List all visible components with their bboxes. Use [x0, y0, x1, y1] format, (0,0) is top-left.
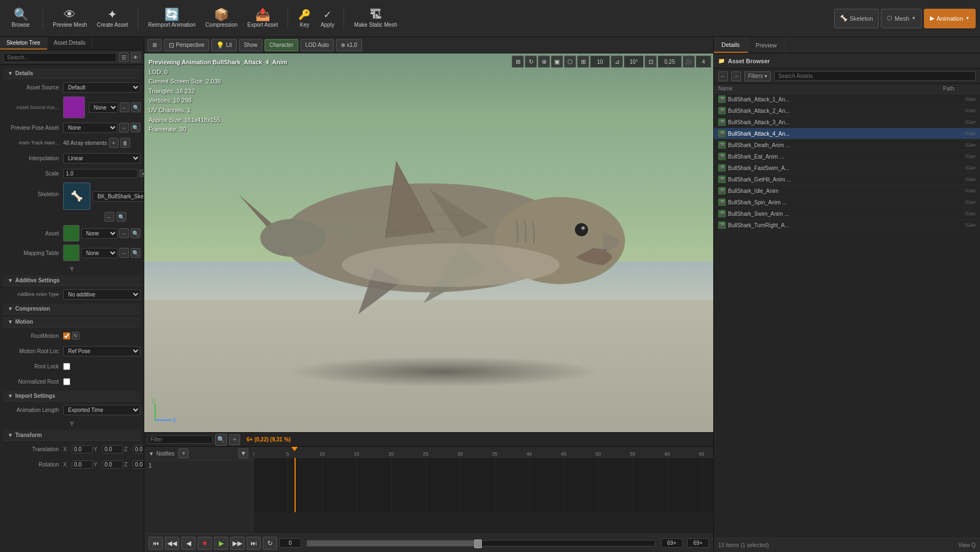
reimport-animation-button[interactable]: 🔄 Reimport Animation: [144, 3, 200, 34]
tx-input[interactable]: [72, 445, 93, 453]
asset-list-item-11[interactable]: 🎬BullShark_TurnRight_A.../Gan: [714, 220, 980, 231]
motion-root-loc-select[interactable]: Ref Pose: [63, 346, 140, 356]
asset-list-item-1[interactable]: 🎬BullShark_Attack_2_An.../Gan: [714, 105, 980, 117]
apply-button[interactable]: ✓ Apply: [316, 3, 338, 34]
record-btn[interactable]: ⏺: [198, 537, 212, 550]
asset-list-item-0[interactable]: 🎬BullShark_Attack_1_An.../Gan: [714, 94, 980, 105]
notifies-add-btn[interactable]: +: [179, 448, 188, 458]
go-end-btn[interactable]: ⏭: [247, 537, 261, 550]
transform-section-header[interactable]: ▼ Transform: [3, 430, 140, 441]
character-btn[interactable]: Character: [265, 39, 298, 51]
asset-browser-back-btn[interactable]: ←: [718, 71, 728, 81]
asset-list-item-6[interactable]: 🎬BullShark_FastSwim_A.../Gan: [714, 162, 980, 174]
angle-snap-input[interactable]: [624, 56, 644, 68]
vp-camera-speed-btn[interactable]: 🎥: [683, 56, 695, 68]
filters-btn[interactable]: Filters ▾: [744, 71, 771, 81]
go-start-btn[interactable]: ⏮: [149, 537, 163, 550]
scale-btn[interactable]: ⊕ x1,0: [336, 39, 362, 51]
perspective-btn[interactable]: ⊡ Perspective: [164, 39, 209, 51]
import-settings-header[interactable]: ▼ Import Settings: [3, 391, 140, 402]
vp-scale-snap-btn[interactable]: ⊡: [645, 56, 657, 68]
details-right-tab[interactable]: Details: [714, 37, 748, 53]
skeleton-tree-tab[interactable]: Skeleton Tree: [0, 37, 47, 50]
play-btn[interactable]: ▶: [214, 537, 228, 550]
lit-btn[interactable]: 💡 Lit: [211, 39, 237, 51]
preview-right-tab[interactable]: Preview: [748, 37, 785, 53]
timeline-scrubber[interactable]: [307, 540, 656, 547]
skeleton-search-btn[interactable]: 🔍: [117, 212, 126, 222]
asset-source-select[interactable]: Default: [63, 82, 140, 93]
vp-bbox-btn[interactable]: ▣: [551, 56, 563, 68]
filter-icon-btn[interactable]: ☰: [119, 52, 128, 62]
frame-fwd-btn[interactable]: ▶▶: [230, 537, 244, 550]
key-button[interactable]: 🔑 Key: [293, 3, 315, 34]
timeline-add-btn[interactable]: +: [229, 434, 240, 445]
asset-browser-forward-btn[interactable]: →: [731, 71, 741, 81]
root-motion-section[interactable]: ▼ Motion: [3, 317, 140, 327]
root-lock-checkbox[interactable]: [63, 363, 70, 370]
vp-scale-btn[interactable]: ⊕: [538, 56, 550, 68]
details-section-header[interactable]: ▼ Details: [3, 68, 140, 79]
skeleton-tab-button[interactable]: 🦴 Skeleton: [834, 9, 879, 28]
array-del-btn[interactable]: 🗑: [120, 138, 130, 148]
scale-input[interactable]: [63, 169, 138, 178]
array-add-btn[interactable]: +: [109, 138, 119, 148]
mapping-table-select[interactable]: None: [81, 248, 118, 258]
timeline-body[interactable]: [253, 458, 713, 512]
browse-button[interactable]: 🔍 Browse: [4, 3, 37, 34]
asset-details-tab[interactable]: Asset Details: [47, 37, 93, 50]
notifies-expand-btn[interactable]: ▼: [238, 448, 248, 458]
asset-list-item-2[interactable]: 🎬BullShark_Attack_3_An.../Gan: [714, 117, 980, 128]
asset-source-asset-select[interactable]: None: [89, 102, 118, 113]
root-motion-refresh-btn[interactable]: ↻: [72, 332, 79, 339]
asset-search-btn[interactable]: 🔍: [131, 102, 141, 112]
loop-btn[interactable]: ↻: [263, 537, 277, 550]
additive-anim-type-select[interactable]: No additive: [63, 289, 140, 300]
tz-input[interactable]: [133, 445, 144, 453]
compression-section-header[interactable]: ▼ Compression: [3, 304, 140, 314]
step-back-btn[interactable]: ◀◀: [165, 537, 179, 550]
asset-select[interactable]: None: [81, 228, 118, 239]
asset-list-item-5[interactable]: 🎬BullShark_Eat_Anim .../Gan: [714, 151, 980, 162]
viewport[interactable]: Previewing Animation BullShark_Attack_4_…: [144, 53, 713, 432]
scrubber-handle[interactable]: [474, 539, 482, 548]
scale-snap-input[interactable]: [658, 56, 682, 68]
make-static-mesh-button[interactable]: 🏗 Make Static Mesh: [350, 3, 401, 34]
scale-up-btn[interactable]: ▲: [139, 169, 144, 177]
mapping-search-btn[interactable]: 🔍: [131, 248, 140, 258]
camera-speed-input[interactable]: [696, 56, 711, 68]
show-btn[interactable]: Show: [239, 39, 262, 51]
interpolation-select[interactable]: Linear: [63, 153, 140, 163]
asset-list-item-8[interactable]: 🎬BullShark_Idle_Anim/Gan: [714, 185, 980, 197]
ty-input[interactable]: [102, 445, 123, 453]
vp-grid-btn[interactable]: ⊞: [577, 56, 589, 68]
rx-input[interactable]: [72, 460, 93, 469]
asset-list-item-7[interactable]: 🎬BullShark_GetHit_Anim .../Gan: [714, 174, 980, 185]
asset-list-item-3[interactable]: 🎬BullShark_Attack_4_An.../Gan: [714, 128, 980, 139]
mapping-arrow-btn[interactable]: ←: [119, 248, 129, 258]
vp-angle-btn[interactable]: ⊿: [611, 56, 623, 68]
notifies-track-header[interactable]: ▼ Notifies + ▼: [144, 447, 253, 460]
preview-pose-search-btn[interactable]: 🔍: [131, 123, 140, 132]
lod-btn[interactable]: LOD Auto: [301, 39, 334, 51]
asset2-arrow-btn[interactable]: ←: [119, 228, 129, 238]
vp-wireframe-btn[interactable]: ⬡: [564, 56, 576, 68]
asset-search-input[interactable]: [774, 71, 976, 81]
vp-back-btn[interactable]: ⊞: [148, 39, 162, 51]
asset-list-item-4[interactable]: 🎬BullShark_Death_Anim .../Gan: [714, 139, 980, 151]
grid-snap-input[interactable]: [590, 56, 610, 68]
rz-input[interactable]: [133, 460, 144, 469]
export-asset-button[interactable]: 📤 Export Asset: [243, 3, 282, 34]
preview-mesh-button[interactable]: 👁 Preview Mesh: [48, 3, 91, 34]
frame-back-btn[interactable]: ◀: [181, 537, 195, 550]
preview-pose-select[interactable]: None: [63, 123, 118, 133]
skeleton-select[interactable]: BK_BullShark_Skeleton: [93, 191, 144, 202]
filter-search-btn[interactable]: 🔍: [215, 434, 227, 446]
root-motion-checkbox[interactable]: [63, 332, 70, 339]
compression-button[interactable]: 📦 Compression: [201, 3, 242, 34]
vp-transform-btn[interactable]: ⊞: [512, 56, 524, 68]
animation-tab-button[interactable]: ▶ Animation ▼: [924, 9, 976, 28]
normalized-root-checkbox[interactable]: [63, 378, 70, 385]
mesh-tab-button[interactable]: ⬡ Mesh ▼: [881, 9, 922, 28]
asset-arrow-btn[interactable]: ←: [120, 102, 130, 112]
